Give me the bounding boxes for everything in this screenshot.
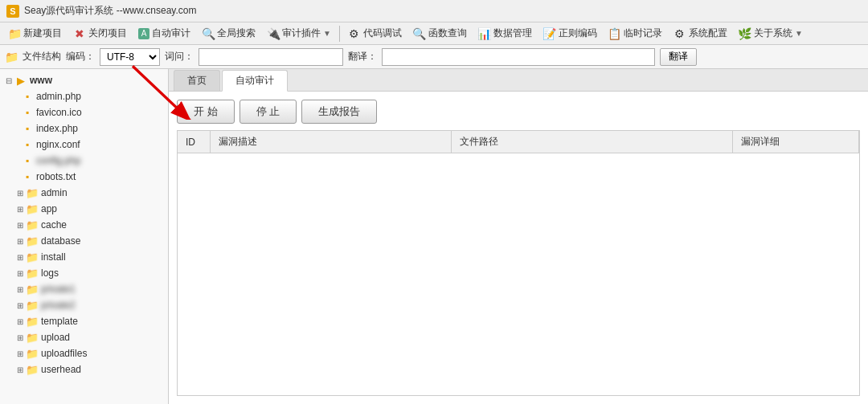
menu-audit-plugin[interactable]: 🔌 审计插件 ▼: [262, 24, 336, 43]
tree-node-blurred-file[interactable]: ▪ config.php: [11, 153, 168, 169]
tree-node-root[interactable]: ⊟ ▶ www: [0, 72, 168, 88]
menu-close-project[interactable]: ✖ 关闭项目: [68, 24, 132, 43]
tree-node-favicon[interactable]: ▪ favicon.ico: [11, 104, 168, 120]
menu-data-mgmt[interactable]: 📊 数据管理: [473, 24, 537, 43]
logs-label: logs: [41, 267, 59, 279]
content-area: 首页 自动审计 开 始 停 止 生成报告: [169, 69, 868, 404]
global-search-icon: 🔍: [202, 27, 215, 40]
menu-auto-audit[interactable]: A 自动审计: [133, 24, 195, 43]
translate-button[interactable]: 翻译: [660, 48, 697, 66]
title-bar: S Seay源代码审计系统 --www.cnseay.com: [0, 0, 868, 22]
tree-node-database[interactable]: ⊞ 📁 database: [11, 233, 168, 249]
encoding-select[interactable]: UTF-8 GBK GB2312: [100, 48, 160, 66]
tree-node-uploadfiles[interactable]: ⊞ 📁 uploadfiles: [11, 345, 168, 361]
tree-node-logs[interactable]: ⊞ 📁 logs: [11, 265, 168, 281]
menu-global-search-label: 全局搜索: [217, 27, 256, 40]
col-vuln-desc: 漏洞描述: [210, 131, 451, 153]
close-project-icon: ✖: [73, 27, 86, 40]
audit-panel: 开 始 停 止 生成报告: [169, 92, 868, 404]
install-folder-icon: 📁: [26, 251, 39, 263]
blurred-folder1-label: private1: [41, 284, 76, 295]
tree-node-app[interactable]: ⊞ 📁 app: [11, 201, 168, 217]
stop-button[interactable]: 停 止: [240, 100, 297, 124]
tree-node-upload[interactable]: ⊞ 📁 upload: [11, 329, 168, 345]
adminphp-toggle: [14, 91, 21, 102]
tree-node-blurred-folder1[interactable]: ⊞ 📁 private1: [11, 281, 168, 297]
menu-sep-1: [339, 26, 340, 42]
favicon-label: favicon.ico: [36, 107, 82, 118]
root-folder-icon: ▶: [14, 74, 27, 87]
menu-temp-record[interactable]: 📋 临时记录: [604, 24, 667, 43]
query-label: 词问：: [165, 50, 194, 63]
main-layout: ⊟ ▶ www ▪ admin.php ▪ favicon.ico: [0, 69, 868, 404]
menu-global-search[interactable]: 🔍 全局搜索: [197, 24, 260, 43]
tree-node-admin-php[interactable]: ▪ admin.php: [11, 88, 168, 104]
install-label: install: [41, 251, 66, 263]
menu-regex-code[interactable]: 📝 正则编码: [538, 24, 602, 43]
menu-code-debug[interactable]: ⚙ 代码调试: [343, 24, 407, 43]
robots-label: robots.txt: [36, 171, 76, 182]
blurred-file-icon: ▪: [21, 154, 34, 167]
tree-node-blurred-folder2[interactable]: ⊞ 📁 private2: [11, 297, 168, 313]
auto-audit-icon: A: [138, 28, 149, 39]
tree-node-install[interactable]: ⊞ 📁 install: [11, 249, 168, 265]
encoding-label: 编码：: [66, 50, 95, 63]
blurred-folder2-label: private2: [41, 300, 76, 311]
tree-node-indexphp[interactable]: ▪ index.php: [11, 120, 168, 137]
menu-new-project[interactable]: 📁 新建项目: [3, 24, 67, 43]
nginxconf-label: nginx.conf: [36, 139, 80, 150]
menu-audit-plugin-label: 审计插件: [282, 27, 321, 40]
root-children: ▪ admin.php ▪ favicon.ico ▪ index.php: [0, 88, 168, 377]
sys-config-icon: ⚙: [674, 27, 686, 40]
menu-code-debug-label: 代码调试: [363, 27, 402, 40]
adminphp-label: admin.php: [36, 91, 81, 102]
translate-label: 翻译：: [348, 50, 377, 63]
tree-node-cache[interactable]: ⊞ 📁 cache: [11, 217, 168, 233]
template-toggle: ⊞: [14, 316, 26, 327]
tab-home[interactable]: 首页: [174, 70, 220, 91]
menu-sys-config[interactable]: ⚙ 系统配置: [669, 24, 732, 43]
userhead-toggle: ⊞: [14, 364, 26, 375]
favicon-toggle: [14, 107, 21, 118]
file-structure-label: 文件结构: [23, 50, 61, 63]
tree-node-userhead[interactable]: ⊞ 📁 userhead: [11, 361, 168, 377]
tree-node-nginxconf[interactable]: ▪ nginx.conf: [11, 137, 168, 153]
tab-home-label: 首页: [187, 75, 207, 86]
data-mgmt-icon: 📊: [478, 27, 491, 40]
menu-about-sys-label: 关于系统: [754, 27, 792, 40]
database-folder-icon: 📁: [26, 235, 39, 247]
database-label: database: [41, 235, 80, 247]
code-debug-icon: ⚙: [348, 27, 361, 40]
about-sys-arrow: ▼: [795, 29, 803, 38]
menu-temp-record-label: 临时记录: [624, 27, 662, 40]
install-toggle: ⊞: [14, 251, 26, 263]
app-label: app: [41, 203, 57, 214]
database-toggle: ⊞: [14, 235, 26, 247]
start-button[interactable]: 开 始: [177, 100, 235, 124]
blurred-folder1-icon: 📁: [26, 283, 39, 296]
query-input[interactable]: [199, 48, 343, 66]
tree-node-template[interactable]: ⊞ 📁 template: [11, 313, 168, 329]
menu-func-query[interactable]: 🔍 函数查询: [408, 24, 472, 43]
template-label: template: [41, 316, 78, 327]
indexphp-toggle: [14, 123, 21, 134]
tree-node-admin[interactable]: ⊞ 📁 admin: [11, 185, 168, 201]
report-button[interactable]: 生成报告: [301, 100, 377, 124]
upload-toggle: ⊞: [14, 332, 26, 343]
admin-folder-icon: 📁: [26, 186, 39, 199]
translate-input[interactable]: [382, 48, 655, 66]
template-folder-icon: 📁: [26, 315, 39, 328]
uploadfiles-folder-icon: 📁: [26, 347, 39, 360]
toolbar: 📁 文件结构 编码： UTF-8 GBK GB2312 词问： 翻译： 翻译: [0, 45, 868, 69]
title-text: Seay源代码审计系统 --www.cnseay.com: [24, 4, 196, 18]
root-toggle: ⊟: [3, 75, 14, 86]
tab-auto-audit[interactable]: 自动审计: [222, 70, 288, 92]
uploadfiles-label: uploadfiles: [41, 348, 87, 359]
menu-bar: 📁 新建项目 ✖ 关闭项目 A 自动审计 🔍 全局搜索 🔌 审计插件 ▼ ⚙ 代…: [0, 22, 868, 45]
blurred-folder2-toggle: ⊞: [14, 300, 26, 311]
temp-record-icon: 📋: [608, 27, 621, 40]
cache-toggle: ⊞: [14, 219, 26, 231]
file-structure-icon: 📁: [5, 51, 18, 63]
menu-about-sys[interactable]: 🌿 关于系统 ▼: [734, 24, 808, 43]
tree-node-robots[interactable]: ▪ robots.txt: [11, 169, 168, 185]
